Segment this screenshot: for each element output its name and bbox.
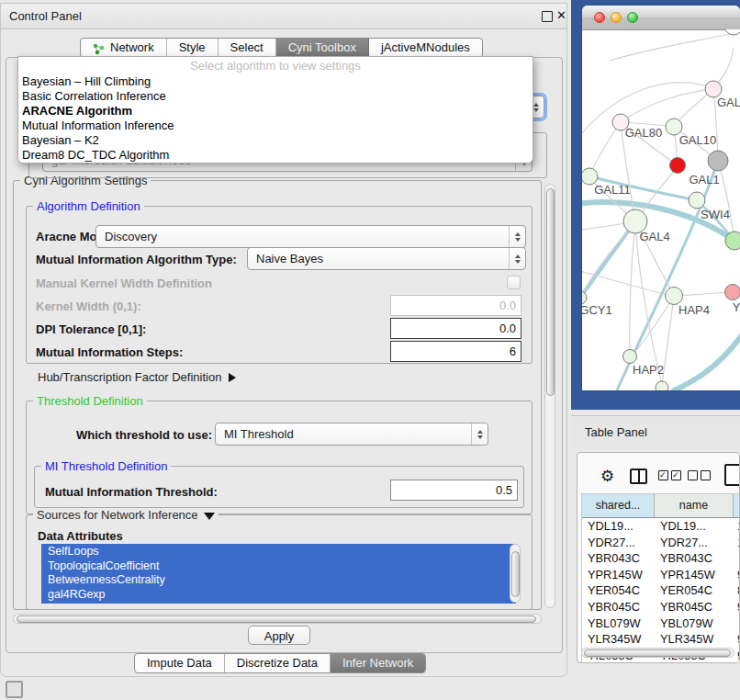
table-cell[interactable]: 9.: [734, 567, 740, 583]
table-row[interactable]: YDR27...YDR27...12: [582, 535, 740, 551]
document-icon[interactable]: [724, 464, 740, 486]
attributes-scrollbar-thumb[interactable]: [511, 551, 520, 597]
network-window[interactable]: GALGAL80GAL10GAL1GAL11SWI4GAL4GCY1HAP4YH…: [582, 6, 740, 390]
network-node-swi4[interactable]: [689, 192, 705, 209]
algorithm-option[interactable]: Bayesian – K2: [18, 133, 533, 148]
aracne-mode-combobox[interactable]: Discovery: [95, 225, 526, 248]
tab-infer-network[interactable]: Infer Network: [331, 654, 425, 672]
table-cell[interactable]: [734, 550, 740, 567]
attribute-item[interactable]: SelfLoops: [48, 545, 516, 559]
tab-cyni-toolbox[interactable]: Cyni Toolbox: [276, 39, 369, 57]
table-cell[interactable]: 13: [734, 518, 740, 535]
table-row[interactable]: YPR145WYPR145W9.: [582, 567, 740, 583]
table-cell[interactable]: YPR145W: [655, 567, 734, 583]
network-node[interactable]: [708, 151, 728, 171]
network-edge[interactable]: [589, 122, 621, 176]
network-edge[interactable]: [582, 221, 635, 305]
dpi-tolerance-input[interactable]: [390, 318, 521, 339]
tab-select[interactable]: Select: [219, 39, 276, 57]
table-cell[interactable]: YPR145W: [582, 567, 655, 583]
hide-columns-icon[interactable]: [688, 470, 711, 480]
mi-steps-input[interactable]: [390, 341, 521, 362]
network-node-gal1[interactable]: [670, 158, 686, 174]
settings-horizontal-scrollbar[interactable]: [13, 614, 542, 624]
algorithm-option-highlighted[interactable]: ARACNE Algorithm: [18, 104, 533, 119]
settings-hscrollbar-thumb[interactable]: [17, 615, 536, 623]
table-cell[interactable]: YDL19...: [655, 518, 734, 535]
table-cell[interactable]: YLR345W: [582, 631, 655, 648]
column-header-shared-name[interactable]: shared...: [582, 494, 655, 517]
algorithm-option[interactable]: Dream8 DC_TDC Algorithm: [18, 148, 533, 163]
network-node-y[interactable]: [725, 285, 740, 300]
float-window-icon[interactable]: [542, 11, 553, 22]
table-cell[interactable]: YER054C: [655, 582, 734, 599]
table-row[interactable]: YLR345WYLR345W9.: [582, 631, 740, 648]
docked-panel-icon[interactable]: [6, 681, 23, 698]
zoom-traffic-light-icon[interactable]: [627, 12, 638, 23]
table-cell[interactable]: 9: [734, 648, 740, 663]
network-window-titlebar[interactable]: [582, 6, 740, 30]
tab-network[interactable]: Network: [81, 39, 167, 57]
settings-vscrollbar-thumb[interactable]: [546, 188, 555, 396]
network-node[interactable]: [656, 381, 668, 390]
algorithm-option[interactable]: Basic Correlation Inference: [18, 89, 533, 104]
table-cell[interactable]: YBL079W: [655, 615, 734, 632]
table-cell[interactable]: YBR043C: [655, 550, 734, 567]
network-node[interactable]: [725, 231, 740, 250]
table-row[interactable]: YBL079WYBL079W: [582, 615, 740, 632]
attributes-list-scrollbar[interactable]: [510, 544, 521, 603]
table-cell[interactable]: 9.: [734, 631, 740, 648]
manual-kernel-checkbox[interactable]: [507, 276, 521, 289]
table-horizontal-scrollbar[interactable]: [581, 648, 734, 658]
attribute-item[interactable]: TopologicalCoefficient: [48, 559, 516, 574]
close-icon[interactable]: ✕: [556, 8, 566, 22]
network-edge[interactable]: [674, 333, 740, 390]
table-cell[interactable]: YDL19...: [582, 518, 655, 535]
tab-discretize-data[interactable]: Discretize Data: [225, 654, 331, 672]
tab-jactivemnodules[interactable]: jActiveMNodules: [369, 39, 482, 57]
table-row[interactable]: YDL19...YDL19...13: [582, 518, 740, 535]
kernel-width-input[interactable]: [390, 295, 521, 316]
table-cell[interactable]: 9.: [734, 599, 740, 615]
table-cell[interactable]: YBL079W: [582, 615, 655, 632]
table-cell[interactable]: YDR27...: [582, 535, 655, 551]
mi-algorithm-type-combobox[interactable]: Naive Bayes: [247, 247, 526, 270]
network-canvas[interactable]: GALGAL80GAL10GAL1GAL11SWI4GAL4GCY1HAP4YH…: [582, 29, 740, 390]
tab-style[interactable]: Style: [167, 39, 219, 57]
table-row[interactable]: YBR043CYBR043C: [582, 550, 740, 567]
table-row[interactable]: YBR045CYBR045C9.: [582, 599, 740, 615]
tab-impute-data[interactable]: Impute Data: [135, 654, 225, 672]
table-cell[interactable]: YDR27...: [655, 535, 734, 551]
table-hscrollbar-thumb[interactable]: [584, 649, 731, 657]
close-traffic-light-icon[interactable]: [594, 12, 605, 23]
network-node-hap4[interactable]: [666, 288, 683, 305]
table-cell[interactable]: YBR043C: [582, 550, 655, 567]
table-cell[interactable]: YBR045C: [655, 599, 734, 615]
network-node-gcy1[interactable]: [582, 291, 587, 304]
data-attributes-list[interactable]: SelfLoops TopologicalCoefficient Between…: [41, 544, 516, 604]
table-cell[interactable]: 12: [734, 535, 740, 551]
show-columns-icon[interactable]: ✓ ✓: [658, 470, 681, 480]
algorithm-option[interactable]: Bayesian – Hill Climbing: [18, 74, 533, 89]
which-threshold-combobox[interactable]: MI Threshold: [215, 423, 488, 446]
table-cell[interactable]: YBR045C: [582, 599, 655, 615]
table-cell[interactable]: [734, 615, 740, 632]
apply-button[interactable]: Apply: [248, 626, 310, 645]
network-edge[interactable]: [630, 221, 635, 356]
columns-icon[interactable]: [630, 469, 647, 484]
table-row[interactable]: YER054CYER054C8.: [582, 582, 740, 599]
attribute-item[interactable]: BetweennessCentrality: [48, 573, 516, 588]
network-edge[interactable]: [610, 33, 734, 61]
mi-threshold-input[interactable]: [390, 480, 518, 501]
settings-vertical-scrollbar[interactable]: [544, 184, 555, 608]
attribute-item[interactable]: gal4RGexp: [48, 588, 516, 603]
network-edge[interactable]: [621, 89, 713, 122]
minimize-traffic-light-icon[interactable]: [611, 12, 622, 23]
table-cell[interactable]: YLR345W: [655, 631, 734, 648]
column-header-partial[interactable]: [734, 494, 740, 517]
table-cell[interactable]: 8.: [734, 582, 740, 599]
table-cell[interactable]: YER054C: [582, 582, 655, 599]
column-header-name[interactable]: name: [655, 494, 734, 517]
gear-icon[interactable]: ⚙: [600, 467, 614, 486]
network-node-hap2[interactable]: [623, 350, 637, 364]
